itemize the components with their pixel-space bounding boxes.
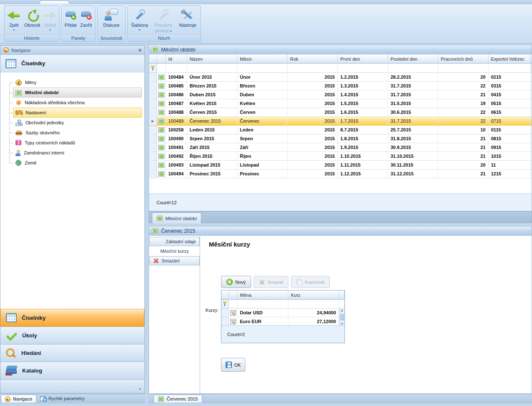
discussion-button[interactable]: Diskuse [99, 6, 123, 28]
cell-rok[interactable]: 2015 [288, 134, 338, 143]
row-indicator[interactable] [221, 317, 229, 326]
column-header-mesic[interactable]: Měsíc [237, 54, 288, 64]
footer-tab-rychle-parametry[interactable]: Rychlé parametry [36, 394, 88, 403]
filter-cell[interactable] [166, 64, 187, 73]
cell-mesic[interactable]: Červenec [237, 117, 288, 126]
cell-rok[interactable]: 2015 [288, 143, 338, 152]
cell-posledni-den[interactable]: 28.2.2015 [388, 73, 438, 82]
template-button[interactable]: Šablona ▾ [129, 6, 150, 32]
cell-id[interactable]: 100491 [166, 143, 187, 152]
cell-mesic[interactable]: Srpen [237, 134, 288, 143]
cell-nazev[interactable]: Březen 2015 [187, 82, 237, 90]
cell-mesic[interactable]: Duben [237, 90, 288, 99]
cell-prvni-den[interactable]: 1.2.2015 [338, 73, 388, 82]
tab-mesicni-kurzy[interactable]: Měsíční kurzy [149, 247, 200, 256]
cell-id[interactable]: 100492 [166, 152, 187, 161]
cell-nazev[interactable]: Květen 2015 [187, 99, 237, 108]
cell-exportni-retezec[interactable]: 0515 [488, 99, 530, 108]
tree-item-zeme[interactable]: Země [13, 158, 142, 168]
tab-smazani[interactable]: Smazání [149, 256, 200, 265]
column-header-pracovnich-dnu[interactable]: Pracovních dnů [438, 54, 488, 64]
cell-pracovnich-dnu[interactable]: 19 [438, 99, 488, 108]
cell-rok[interactable]: 2015 [288, 117, 338, 126]
filter-cell[interactable] [438, 64, 488, 73]
add-panel-button[interactable]: + Přidat [63, 6, 78, 28]
ribbon-active-tab[interactable] [40, 0, 69, 4]
cell-prvni-den[interactable]: 1.8.2015 [338, 134, 388, 143]
tree-item-nastaveni[interactable]: Nastavení [13, 108, 142, 118]
cell-prvni-den[interactable]: 1.5.2015 [338, 99, 388, 108]
cell-prvni-den[interactable]: 1.10.2015 [338, 152, 388, 161]
column-header-posledni-den[interactable]: Poslední den [388, 54, 438, 64]
row-indicator[interactable] [149, 170, 157, 178]
close-panel-button[interactable]: − Zavřít [78, 6, 94, 28]
cell-exportni-retezec[interactable]: 0415 [488, 90, 530, 99]
cell-posledni-den[interactable]: 25.7.2015 [388, 126, 438, 134]
cell-rok[interactable]: 2015 [288, 152, 338, 161]
row-indicator[interactable] [149, 99, 157, 108]
filter-cell[interactable] [288, 300, 339, 308]
cell-rok[interactable]: 2015 [288, 99, 338, 108]
cell-posledni-den[interactable]: 31.7.2015 [388, 82, 438, 90]
cell-mesic[interactable]: Leden [237, 126, 288, 134]
row-indicator[interactable] [149, 73, 157, 82]
column-header-prvni-den[interactable]: První den [338, 54, 388, 64]
cell-exportni-retezec[interactable]: 1215 [488, 170, 530, 178]
column-header-id[interactable]: Id [166, 54, 187, 64]
tools-button[interactable]: Nástroje [176, 6, 199, 28]
cell-rok[interactable]: 2015 [288, 161, 338, 170]
cell-exportni-retezec[interactable]: 0815 [488, 134, 530, 143]
cell-nazev[interactable]: Září 2015 [187, 143, 237, 152]
cell-mesic[interactable]: Listopad [237, 161, 288, 170]
cell-mesic[interactable]: Červen [237, 108, 288, 117]
cell-nazev[interactable]: Prosinec 2015 [187, 170, 237, 178]
row-indicator[interactable] [149, 134, 157, 143]
footer-tab-navigace[interactable]: Navigace [1, 395, 36, 403]
cell-prvni-den[interactable]: 1.11.2015 [338, 161, 388, 170]
cell-pracovnich-dnu[interactable]: 21 [438, 90, 488, 99]
filter-cell[interactable] [187, 64, 237, 73]
cell-mesic[interactable]: Prosinec [237, 170, 288, 178]
cell-posledni-den[interactable]: 30.9.2015 [388, 143, 438, 152]
cell-pracovnich-dnu[interactable]: 20 [438, 161, 488, 170]
cell-exportni-retezec[interactable]: 0115 [488, 126, 530, 134]
table-row[interactable]: 100493Listopad 2015Listopad20151.11.2015… [149, 161, 532, 170]
splitter-handle[interactable]: · · · · [0, 306, 144, 309]
table-row[interactable]: 100485Březen 2015Březen20151.3.201531.7.… [149, 82, 532, 90]
row-indicator[interactable] [149, 161, 157, 170]
row-indicator[interactable] [221, 308, 229, 317]
cell-exportni-retezec[interactable]: 0215 [488, 73, 530, 82]
cell-posledni-den[interactable]: 31.8.2015 [388, 134, 438, 143]
filter-cell[interactable] [157, 64, 166, 73]
tree-item-zamestnanci[interactable]: Zaměstnanci interní [13, 148, 142, 158]
cell-mesic[interactable]: Květen [237, 99, 288, 108]
cell-id[interactable]: 100493 [166, 161, 187, 170]
cell-id[interactable]: 100494 [166, 170, 187, 178]
sidebar-item-ukoly[interactable]: Úkoly [0, 326, 144, 344]
filter-cell[interactable] [388, 64, 438, 73]
tab-mesicni-obdobi[interactable]: Měsíční období [152, 213, 201, 224]
table-row[interactable]: Dolar USD24,94000 [221, 308, 344, 317]
tab-zakladni-udaje[interactable]: Základní údaje [149, 237, 200, 246]
cell-pracovnich-dnu[interactable]: 22 [438, 117, 488, 126]
cell-id[interactable]: 100487 [166, 99, 187, 108]
cell-posledni-den[interactable]: 31.7.2015 [388, 90, 438, 99]
cell-prvni-den[interactable]: 1.6.2015 [338, 108, 388, 117]
row-indicator[interactable] [149, 152, 157, 161]
table-row[interactable]: 100484Únor 2015Únor20151.2.201528.2.2015… [149, 73, 532, 82]
cell-pracovnich-dnu[interactable]: 21 [438, 170, 488, 178]
cell-prvni-den[interactable]: 1.4.2015 [338, 90, 388, 99]
table-row[interactable]: ▶100489Červenec 2015Červenec20151.7.2015… [149, 117, 532, 126]
cell-pracovnich-dnu[interactable]: 21 [438, 143, 488, 152]
cell-rok[interactable]: 2015 [288, 108, 338, 117]
cell-exportni-retezec[interactable]: 0915 [488, 143, 530, 152]
cell-kurz[interactable]: 27,12000 [288, 317, 339, 326]
cell-nazev[interactable]: Červen 2015 [187, 108, 237, 117]
ok-button[interactable]: OK [221, 358, 245, 372]
table-row[interactable]: 100488Červen 2015Červen20151.6.201530.6.… [149, 108, 532, 117]
scrollbar-thumb[interactable] [340, 314, 344, 320]
row-indicator[interactable] [149, 126, 157, 134]
cell-mesic[interactable]: Únor [237, 73, 288, 82]
cell-pracovnich-dnu[interactable]: 22 [438, 82, 488, 90]
cell-posledni-den[interactable]: 31.5.2015 [388, 99, 438, 108]
